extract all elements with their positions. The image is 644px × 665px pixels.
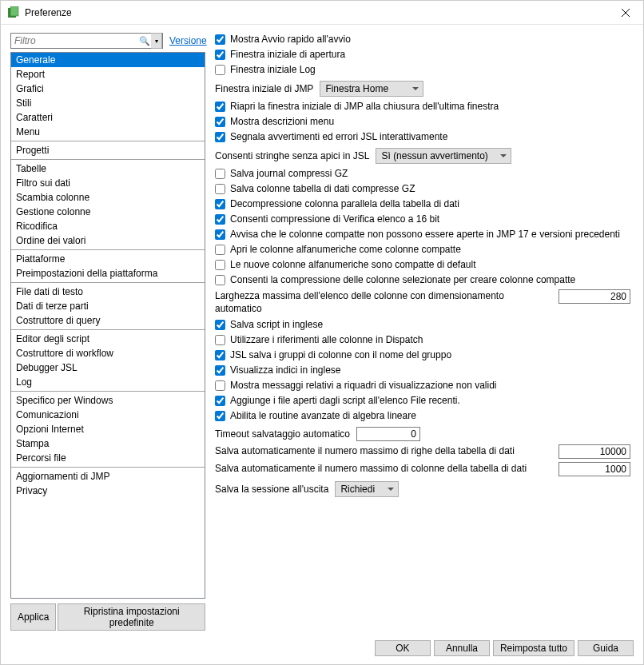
opt-reopen-initial[interactable]: Riapri la finestra iniziale di JMP alla … (215, 100, 630, 113)
opt-jsl-warnings[interactable]: Segnala avvertimenti ed errori JSL inter… (215, 130, 630, 143)
chk-jsl-save-groups[interactable] (215, 350, 225, 360)
chk-save-script-english[interactable] (215, 320, 225, 330)
chk-advanced-linalg[interactable] (215, 411, 225, 421)
chk-invalid-displaybox-msgs[interactable] (215, 380, 225, 391)
category-item[interactable]: Report (11, 67, 205, 82)
category-item[interactable]: File dati di testo (11, 285, 205, 299)
cancel-button[interactable]: Annulla (434, 640, 490, 656)
chk-col-refs-dispatch[interactable] (215, 335, 225, 345)
category-item[interactable]: Log (11, 375, 205, 389)
category-item[interactable]: Caratteri (11, 110, 205, 125)
lbl-max-cols: Salva automaticamente il numero massimo … (215, 462, 551, 475)
category-item[interactable]: Ordine dei valori (11, 233, 205, 248)
row-max-width: Larghezza massima dell'elenco delle colo… (215, 289, 630, 315)
close-button[interactable] (607, 1, 643, 25)
chk-save-journal-gz[interactable] (215, 169, 225, 179)
category-list[interactable]: GeneraleReportGraficiStiliCaratteriMenuP… (10, 52, 205, 599)
category-item[interactable]: Filtro sui dati (11, 176, 205, 190)
chk-show-menu-desc[interactable] (215, 117, 225, 127)
input-max-width[interactable] (559, 289, 630, 304)
help-button[interactable]: Guida (578, 640, 634, 656)
lbl-max-rows: Salva automaticamente il numero massimo … (215, 444, 551, 457)
chk-indices-english[interactable] (215, 365, 225, 376)
category-separator (11, 329, 205, 330)
opt-open-alpha-compact[interactable]: Apri le colonne alfanumeriche come colon… (215, 243, 630, 256)
category-item[interactable]: Dati di terze parti (11, 299, 205, 313)
input-max-cols[interactable] (559, 462, 630, 476)
opt-jsl-save-groups[interactable]: JSL salva i gruppi di colonne con il nom… (215, 348, 630, 361)
chk-checklist-16bit[interactable] (215, 214, 225, 225)
reset-all-button[interactable]: Reimposta tutto (493, 640, 574, 656)
category-item[interactable]: Preimpostazioni della piattaforma (11, 266, 205, 281)
category-item[interactable]: Privacy (11, 484, 205, 498)
dd-initial-window[interactable]: Finestra Home (320, 81, 423, 97)
category-item[interactable]: Piattaforme (11, 252, 205, 266)
opt-initial-open-window[interactable]: Finestra iniziale di apertura (215, 48, 630, 61)
chk-new-alpha-compact[interactable] (215, 260, 225, 270)
category-separator (11, 391, 205, 392)
category-item[interactable]: Opzioni Internet (11, 422, 205, 436)
category-item[interactable]: Comunicazioni (11, 408, 205, 422)
restore-defaults-button[interactable]: Ripristina impostazioni predefinite (58, 603, 205, 631)
category-item[interactable]: Gestione colonne (11, 205, 205, 219)
opt-col-refs-dispatch[interactable]: Utilizzare i riferimenti alle colonne in… (215, 333, 630, 346)
version-link[interactable]: Versione (169, 35, 207, 46)
category-item[interactable]: Ricodifica (11, 219, 205, 233)
category-item[interactable]: Stili (11, 96, 205, 110)
svg-rect-1 (10, 6, 18, 16)
category-item[interactable]: Menu (11, 125, 205, 139)
category-item[interactable]: Generale (11, 53, 205, 67)
chk-jsl-warnings[interactable] (215, 132, 225, 142)
category-item[interactable]: Percorsi file (11, 451, 205, 465)
chk-compress-selected[interactable] (215, 275, 225, 285)
opt-show-menu-desc[interactable]: Mostra descrizioni menu (215, 115, 630, 128)
category-item[interactable]: Costruttore di query (11, 313, 205, 328)
chk-warn-compact[interactable] (215, 229, 225, 240)
search-icon[interactable]: 🔍 (138, 36, 151, 46)
dd-save-session[interactable]: Richiedi (335, 481, 399, 497)
opt-indices-english[interactable]: Visualizza indici in inglese (215, 364, 630, 376)
opt-save-cols-gz[interactable]: Salva colonne tabella di dati compresse … (215, 182, 630, 195)
opt-checklist-16bit[interactable]: Consenti compressione di Verifica elenco… (215, 213, 630, 225)
category-item[interactable]: Tabelle (11, 161, 205, 176)
opt-initial-log-window[interactable]: Finestra iniziale Log (215, 63, 630, 76)
category-item[interactable]: Grafici (11, 82, 205, 96)
category-item[interactable]: Aggiornamenti di JMP (11, 469, 205, 484)
opt-save-script-english[interactable]: Salva script in inglese (215, 318, 630, 331)
chk-reopen-initial[interactable] (215, 102, 225, 112)
category-separator (11, 467, 205, 468)
row-max-rows: Salva automaticamente il numero massimo … (215, 444, 630, 459)
opt-new-alpha-compact[interactable]: Le nuove colonne alfanumeriche sono comp… (215, 258, 630, 271)
input-max-rows[interactable] (559, 444, 630, 459)
dd-jsl-strings[interactable]: Sì (nessun avvertimento) (376, 148, 511, 164)
apply-button[interactable]: Applica (10, 603, 56, 631)
opt-save-journal-gz[interactable]: Salva journal compressi GZ (215, 167, 630, 180)
chk-add-script-files-recent[interactable] (215, 396, 225, 406)
filter-input[interactable] (11, 34, 138, 48)
opt-advanced-linalg[interactable]: Abilita le routine avanzate di algebra l… (215, 409, 630, 422)
row-save-session: Salva la sessione all'uscita Richiedi (215, 481, 630, 497)
chk-initial-log-window[interactable] (215, 65, 225, 75)
opt-warn-compact[interactable]: Avvisa che le colonne compatte non posso… (215, 228, 630, 241)
category-item[interactable]: Progetti (11, 143, 205, 157)
chk-open-alpha-compact[interactable] (215, 245, 225, 255)
opt-compress-selected[interactable]: Consenti la compressione delle colonne s… (215, 273, 630, 286)
chk-parallel-decomp[interactable] (215, 199, 225, 209)
category-item[interactable]: Scambia colonne (11, 190, 205, 205)
chk-initial-open-window[interactable] (215, 50, 225, 60)
chk-show-quickstart[interactable] (215, 34, 225, 45)
filter-dropdown-button[interactable]: ▾ (151, 33, 162, 49)
opt-invalid-displaybox-msgs[interactable]: Mostra messaggi relativi a riquadri di v… (215, 379, 630, 392)
category-item[interactable]: Editor degli script (11, 332, 205, 346)
chk-save-cols-gz[interactable] (215, 184, 225, 194)
category-item[interactable]: Costruttore di workflow (11, 346, 205, 360)
titlebar: Preferenze (1, 1, 643, 25)
category-item[interactable]: Debugger JSL (11, 360, 205, 375)
category-item[interactable]: Stampa (11, 436, 205, 451)
input-timeout[interactable] (356, 427, 420, 441)
opt-parallel-decomp[interactable]: Decompressione colonna parallela della t… (215, 197, 630, 210)
ok-button[interactable]: OK (375, 640, 431, 656)
opt-add-script-files-recent[interactable]: Aggiunge i file aperti dagli script all'… (215, 394, 630, 407)
category-item[interactable]: Specifico per Windows (11, 393, 205, 408)
opt-show-quickstart[interactable]: Mostra Avvio rapido all'avvio (215, 33, 630, 46)
